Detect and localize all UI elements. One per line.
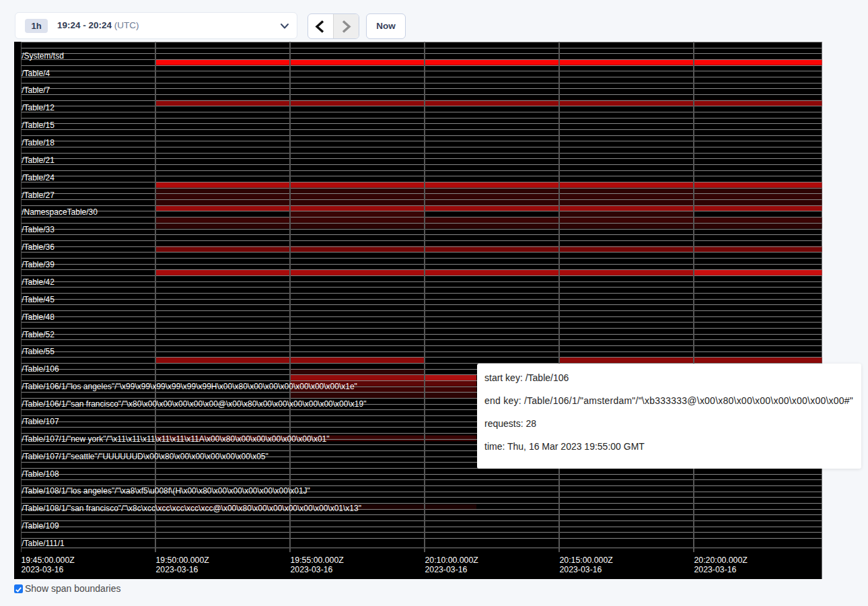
svg-text:/Table/12: /Table/12 — [22, 103, 55, 112]
svg-text:/Table/36: /Table/36 — [22, 242, 55, 252]
svg-text:/Table/108: /Table/108 — [22, 469, 59, 479]
svg-text:19:45:00.000Z: 19:45:00.000Z — [22, 556, 75, 565]
svg-text:/Table/21: /Table/21 — [22, 156, 55, 165]
svg-text:20:15:00.000Z: 20:15:00.000Z — [560, 556, 614, 565]
svg-text:/Table/55: /Table/55 — [22, 347, 55, 356]
svg-text:/Table/52: /Table/52 — [22, 330, 55, 339]
svg-text:/Table/27: /Table/27 — [22, 191, 55, 200]
svg-text:/Table/48: /Table/48 — [22, 312, 55, 322]
svg-text:/Table/107/1/"seattle"/"UUUUUU: /Table/107/1/"seattle"/"UUUUUUD\x00\x80\… — [22, 452, 268, 461]
svg-text:/Table/24: /Table/24 — [22, 173, 55, 182]
svg-text:2023-03-16: 2023-03-16 — [156, 565, 198, 574]
svg-text:/Table/108/1/"los angeles"/"\x: /Table/108/1/"los angeles"/"\xa8\xf5\u00… — [22, 486, 310, 496]
svg-text:/Table/45: /Table/45 — [22, 295, 55, 304]
svg-text:20:10:00.000Z: 20:10:00.000Z — [425, 556, 479, 565]
svg-text:/Table/106: /Table/106 — [22, 364, 59, 374]
svg-text:/Table/15: /Table/15 — [22, 121, 55, 130]
svg-text:/Table/18: /Table/18 — [22, 138, 55, 147]
svg-text:/NamespaceTable/30: /NamespaceTable/30 — [22, 207, 98, 217]
svg-text:/Table/108/1/"san francisco"/": /Table/108/1/"san francisco"/"\x8c\xcc\x… — [22, 504, 361, 513]
svg-text:2023-03-16: 2023-03-16 — [22, 565, 64, 574]
svg-text:/Table/107: /Table/107 — [22, 417, 59, 426]
svg-text:/Table/106/1/"san francisco"/": /Table/106/1/"san francisco"/"\x80\x00\x… — [22, 399, 366, 409]
svg-text:/Table/111/1: /Table/111/1 — [22, 539, 65, 548]
svg-text:/Table/109: /Table/109 — [22, 521, 59, 531]
svg-text:2023-03-16: 2023-03-16 — [425, 565, 468, 574]
svg-text:2023-03-16: 2023-03-16 — [694, 565, 737, 574]
svg-text:/Table/4: /Table/4 — [22, 69, 50, 78]
svg-text:/Table/33: /Table/33 — [22, 225, 55, 234]
svg-text:/Table/39: /Table/39 — [22, 260, 55, 269]
svg-text:2023-03-16: 2023-03-16 — [291, 565, 333, 574]
svg-text:19:50:00.000Z: 19:50:00.000Z — [156, 556, 210, 565]
svg-text:2023-03-16: 2023-03-16 — [560, 565, 602, 574]
svg-text:/Table/107/1/"new york"/"\x11\: /Table/107/1/"new york"/"\x11\x11\x11\x1… — [22, 434, 329, 444]
svg-text:19:55:00.000Z: 19:55:00.000Z — [291, 556, 345, 565]
svg-text:20:20:00.000Z: 20:20:00.000Z — [694, 556, 748, 565]
svg-text:/Table/106/1/"los angeles"/"\x: /Table/106/1/"los angeles"/"\x99\x99\x99… — [22, 382, 357, 391]
svg-text:/Table/42: /Table/42 — [22, 277, 55, 287]
svg-text:/Table/7: /Table/7 — [22, 86, 50, 95]
svg-text:/System/tsd: /System/tsd — [22, 51, 64, 61]
